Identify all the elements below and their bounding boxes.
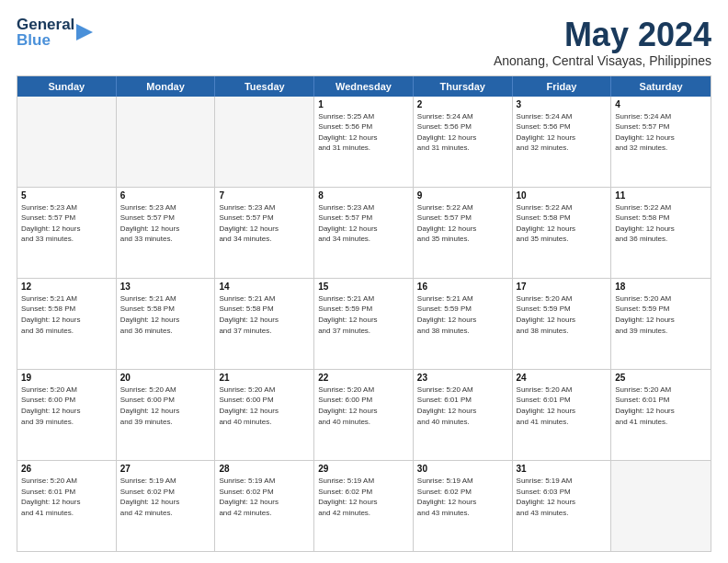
cell-info: Sunrise: 5:23 AM Sunset: 5:57 PM Dayligh… xyxy=(318,202,409,245)
logo-general: General xyxy=(17,17,74,32)
cell-info: Sunrise: 5:19 AM Sunset: 6:03 PM Dayligh… xyxy=(517,476,608,518)
cell-info: Sunrise: 5:19 AM Sunset: 6:02 PM Dayligh… xyxy=(120,476,211,518)
calendar-cell-4: 4Sunrise: 5:24 AM Sunset: 5:57 PM Daylig… xyxy=(611,97,711,187)
day-number: 2 xyxy=(417,99,508,109)
logo-blue: Blue xyxy=(17,32,74,48)
calendar-header: SundayMondayTuesdayWednesdayThursdayFrid… xyxy=(17,76,711,97)
day-number: 10 xyxy=(517,190,608,201)
cell-info: Sunrise: 5:20 AM Sunset: 6:00 PM Dayligh… xyxy=(21,385,112,427)
day-number: 30 xyxy=(417,464,508,474)
calendar-row-3: 12Sunrise: 5:21 AM Sunset: 5:58 PM Dayli… xyxy=(17,279,711,370)
calendar-cell-26: 26Sunrise: 5:20 AM Sunset: 6:01 PM Dayli… xyxy=(17,461,117,551)
day-number: 18 xyxy=(615,282,707,292)
calendar-cell-5: 5Sunrise: 5:23 AM Sunset: 5:57 PM Daylig… xyxy=(17,188,117,278)
cell-info: Sunrise: 5:21 AM Sunset: 5:58 PM Dayligh… xyxy=(219,293,310,336)
calendar-cell-11: 11Sunrise: 5:22 AM Sunset: 5:58 PM Dayli… xyxy=(611,188,711,278)
calendar-cell-13: 13Sunrise: 5:21 AM Sunset: 5:58 PM Dayli… xyxy=(117,279,216,369)
calendar-cell-6: 6Sunrise: 5:23 AM Sunset: 5:57 PM Daylig… xyxy=(117,188,216,278)
calendar-cell-20: 20Sunrise: 5:20 AM Sunset: 6:00 PM Dayli… xyxy=(117,370,216,460)
calendar-cell-empty xyxy=(117,97,216,187)
cell-info: Sunrise: 5:19 AM Sunset: 6:02 PM Dayligh… xyxy=(417,476,508,518)
weekday-header-tuesday: Tuesday xyxy=(215,76,314,97)
day-number: 25 xyxy=(615,373,707,383)
cell-info: Sunrise: 5:24 AM Sunset: 5:57 PM Dayligh… xyxy=(615,111,707,154)
calendar-cell-22: 22Sunrise: 5:20 AM Sunset: 6:00 PM Dayli… xyxy=(314,370,414,460)
cell-info: Sunrise: 5:20 AM Sunset: 5:59 PM Dayligh… xyxy=(517,293,608,336)
page: General Blue May 2024 Anonang, Central V… xyxy=(0,0,728,563)
title-block: May 2024 Anonang, Central Visayas, Phili… xyxy=(494,17,711,68)
cell-info: Sunrise: 5:23 AM Sunset: 5:57 PM Dayligh… xyxy=(21,202,112,245)
calendar-cell-24: 24Sunrise: 5:20 AM Sunset: 6:01 PM Dayli… xyxy=(513,370,612,460)
calendar-cell-23: 23Sunrise: 5:20 AM Sunset: 6:01 PM Dayli… xyxy=(414,370,513,460)
day-number: 14 xyxy=(219,282,310,292)
month-title: May 2024 xyxy=(494,17,711,53)
cell-info: Sunrise: 5:20 AM Sunset: 6:00 PM Dayligh… xyxy=(318,385,409,427)
calendar-cell-14: 14Sunrise: 5:21 AM Sunset: 5:58 PM Dayli… xyxy=(215,279,314,369)
calendar-row-1: 1Sunrise: 5:25 AM Sunset: 5:56 PM Daylig… xyxy=(17,97,711,188)
weekday-header-wednesday: Wednesday xyxy=(314,76,414,97)
cell-info: Sunrise: 5:23 AM Sunset: 5:57 PM Dayligh… xyxy=(120,202,211,245)
day-number: 11 xyxy=(615,190,707,201)
calendar-row-4: 19Sunrise: 5:20 AM Sunset: 6:00 PM Dayli… xyxy=(17,370,711,461)
calendar-cell-29: 29Sunrise: 5:19 AM Sunset: 6:02 PM Dayli… xyxy=(314,461,414,551)
day-number: 15 xyxy=(318,282,409,292)
cell-info: Sunrise: 5:20 AM Sunset: 6:00 PM Dayligh… xyxy=(219,385,310,427)
day-number: 29 xyxy=(318,464,409,474)
calendar-cell-8: 8Sunrise: 5:23 AM Sunset: 5:57 PM Daylig… xyxy=(314,188,414,278)
calendar-cell-empty xyxy=(17,97,117,187)
cell-info: Sunrise: 5:21 AM Sunset: 5:59 PM Dayligh… xyxy=(417,293,508,336)
calendar-cell-16: 16Sunrise: 5:21 AM Sunset: 5:59 PM Dayli… xyxy=(414,279,513,369)
day-number: 4 xyxy=(615,99,707,109)
logo: General Blue xyxy=(17,17,93,48)
day-number: 8 xyxy=(318,190,409,201)
cell-info: Sunrise: 5:22 AM Sunset: 5:57 PM Dayligh… xyxy=(417,202,508,245)
cell-info: Sunrise: 5:24 AM Sunset: 5:56 PM Dayligh… xyxy=(517,111,608,154)
day-number: 27 xyxy=(120,464,211,474)
cell-info: Sunrise: 5:21 AM Sunset: 5:59 PM Dayligh… xyxy=(318,293,409,336)
calendar-row-5: 26Sunrise: 5:20 AM Sunset: 6:01 PM Dayli… xyxy=(17,461,711,551)
cell-info: Sunrise: 5:20 AM Sunset: 5:59 PM Dayligh… xyxy=(615,293,707,336)
weekday-header-friday: Friday xyxy=(513,76,612,97)
day-number: 26 xyxy=(21,464,112,474)
day-number: 24 xyxy=(517,373,608,383)
logo-arrow-icon xyxy=(76,22,93,46)
calendar-cell-27: 27Sunrise: 5:19 AM Sunset: 6:02 PM Dayli… xyxy=(117,461,216,551)
calendar-cell-empty xyxy=(215,97,314,187)
day-number: 5 xyxy=(21,190,112,201)
calendar-cell-3: 3Sunrise: 5:24 AM Sunset: 5:56 PM Daylig… xyxy=(513,97,612,187)
cell-info: Sunrise: 5:20 AM Sunset: 6:01 PM Dayligh… xyxy=(517,385,608,427)
day-number: 19 xyxy=(21,373,112,383)
weekday-header-saturday: Saturday xyxy=(611,76,711,97)
weekday-header-thursday: Thursday xyxy=(414,76,513,97)
cell-info: Sunrise: 5:20 AM Sunset: 6:01 PM Dayligh… xyxy=(615,385,707,427)
day-number: 22 xyxy=(318,373,409,383)
day-number: 28 xyxy=(219,464,310,474)
calendar-body: 1Sunrise: 5:25 AM Sunset: 5:56 PM Daylig… xyxy=(17,97,711,551)
calendar-cell-31: 31Sunrise: 5:19 AM Sunset: 6:03 PM Dayli… xyxy=(513,461,612,551)
day-number: 23 xyxy=(417,373,508,383)
calendar-row-2: 5Sunrise: 5:23 AM Sunset: 5:57 PM Daylig… xyxy=(17,188,711,279)
calendar-cell-empty xyxy=(611,461,711,551)
calendar-cell-12: 12Sunrise: 5:21 AM Sunset: 5:58 PM Dayli… xyxy=(17,279,117,369)
cell-info: Sunrise: 5:22 AM Sunset: 5:58 PM Dayligh… xyxy=(615,202,707,245)
day-number: 1 xyxy=(318,99,409,109)
cell-info: Sunrise: 5:19 AM Sunset: 6:02 PM Dayligh… xyxy=(219,476,310,518)
calendar-cell-2: 2Sunrise: 5:24 AM Sunset: 5:56 PM Daylig… xyxy=(414,97,513,187)
calendar-cell-21: 21Sunrise: 5:20 AM Sunset: 6:00 PM Dayli… xyxy=(215,370,314,460)
header: General Blue May 2024 Anonang, Central V… xyxy=(17,17,711,68)
calendar-cell-7: 7Sunrise: 5:23 AM Sunset: 5:57 PM Daylig… xyxy=(215,188,314,278)
calendar-cell-30: 30Sunrise: 5:19 AM Sunset: 6:02 PM Dayli… xyxy=(414,461,513,551)
location: Anonang, Central Visayas, Philippines xyxy=(494,53,711,68)
calendar: SundayMondayTuesdayWednesdayThursdayFrid… xyxy=(17,75,711,552)
day-number: 16 xyxy=(417,282,508,292)
day-number: 7 xyxy=(219,190,310,201)
cell-info: Sunrise: 5:21 AM Sunset: 5:58 PM Dayligh… xyxy=(21,293,112,336)
calendar-cell-10: 10Sunrise: 5:22 AM Sunset: 5:58 PM Dayli… xyxy=(513,188,612,278)
cell-info: Sunrise: 5:20 AM Sunset: 6:01 PM Dayligh… xyxy=(417,385,508,427)
weekday-header-sunday: Sunday xyxy=(17,76,117,97)
calendar-cell-15: 15Sunrise: 5:21 AM Sunset: 5:59 PM Dayli… xyxy=(314,279,414,369)
cell-info: Sunrise: 5:20 AM Sunset: 6:01 PM Dayligh… xyxy=(21,476,112,518)
day-number: 3 xyxy=(517,99,608,109)
day-number: 9 xyxy=(417,190,508,201)
cell-info: Sunrise: 5:19 AM Sunset: 6:02 PM Dayligh… xyxy=(318,476,409,518)
